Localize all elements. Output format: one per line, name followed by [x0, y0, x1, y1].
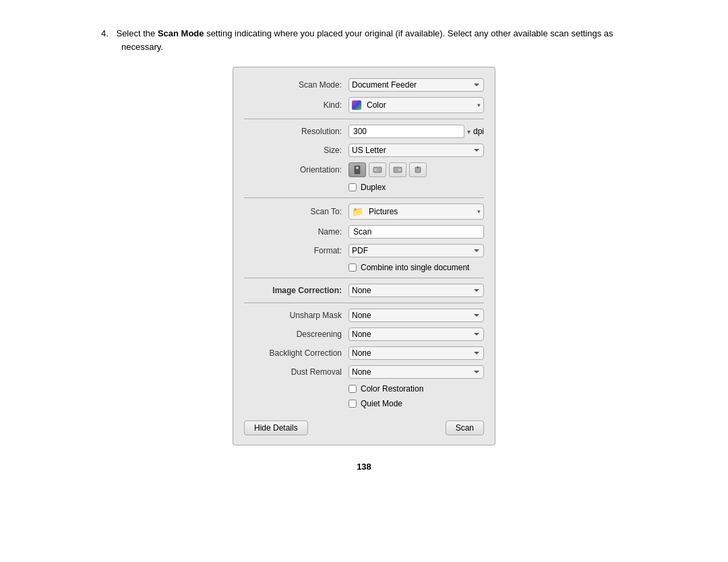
dust-removal-select[interactable]: None Low Medium High — [348, 365, 484, 379]
duplex-label: Duplex — [361, 183, 386, 192]
unsharp-mask-row: Unsharp Mask None Low Medium High — [233, 309, 495, 322]
quiet-mode-control: Quiet Mode — [348, 399, 484, 408]
separator-1 — [244, 119, 484, 119]
scan-to-control: 📁 Pictures Desktop Documents ▾ — [348, 204, 484, 220]
bottom-buttons: Hide Details Scan — [233, 414, 495, 435]
combine-label: Combine into single document — [361, 263, 469, 272]
kind-row: Kind: Color Grayscale Black & White ▾ — [233, 97, 495, 113]
color-restoration-control: Color Restoration — [348, 384, 484, 394]
orientation-landscape-right-btn[interactable] — [389, 162, 406, 177]
kind-chevron-icon: ▾ — [477, 102, 481, 108]
orientation-rotate-btn[interactable] — [409, 162, 427, 177]
backlight-correction-select[interactable]: None Low Medium High — [348, 346, 484, 360]
color-restoration-label: Color Restoration — [361, 384, 423, 394]
separator-3 — [244, 278, 484, 278]
scan-to-chevron-icon: ▾ — [477, 208, 481, 215]
scan-to-select[interactable]: Pictures Desktop Documents — [366, 206, 475, 218]
scan-dialog: Scan Mode: Document Feeder Flatbed Kind:… — [233, 67, 495, 445]
combine-checkbox[interactable] — [348, 263, 357, 272]
scan-to-row: Scan To: 📁 Pictures Desktop Documents ▾ — [233, 204, 495, 220]
instruction-text: 4. Select the Scan Mode setting indicati… — [101, 27, 627, 53]
backlight-correction-control: None Low Medium High — [348, 346, 484, 360]
duplex-checkbox[interactable] — [348, 183, 357, 191]
resolution-label: Resolution: — [244, 127, 342, 136]
descreening-control: None Low Medium High — [348, 327, 484, 341]
image-correction-row: Image Correction: None Manual — [233, 284, 495, 297]
backlight-correction-label: Backlight Correction — [244, 348, 342, 358]
image-correction-control: None Manual — [348, 284, 484, 297]
combine-row: Combine into single document — [233, 263, 495, 272]
kind-color-icon — [352, 100, 361, 110]
kind-control: Color Grayscale Black & White ▾ — [348, 97, 484, 113]
orientation-landscape-left-btn[interactable] — [369, 162, 386, 177]
orientation-control — [348, 162, 484, 177]
orientation-row: Orientation: — [233, 162, 495, 177]
format-control: PDF JPEG TIFF PNG — [348, 244, 484, 257]
instruction-bold: Scan Mode — [158, 28, 204, 38]
size-select[interactable]: US Letter A4 Legal Auto — [348, 144, 484, 157]
orientation-portrait-btn[interactable] — [348, 162, 366, 177]
dust-removal-row: Dust Removal None Low Medium High — [233, 365, 495, 379]
kind-label: Kind: — [244, 100, 342, 110]
resolution-arrow-icon: ▾ — [467, 128, 471, 135]
name-label: Name: — [244, 227, 342, 237]
scan-button[interactable]: Scan — [446, 420, 484, 435]
quiet-mode-checkbox[interactable] — [348, 400, 357, 408]
scan-to-label: Scan To: — [244, 207, 342, 216]
name-control — [348, 225, 484, 239]
resolution-control: ▾ dpi — [348, 125, 484, 138]
orientation-label: Orientation: — [244, 165, 342, 175]
quiet-mode-label: Quiet Mode — [361, 399, 402, 408]
resolution-row: Resolution: ▾ dpi — [233, 125, 495, 138]
unsharp-mask-label: Unsharp Mask — [244, 311, 342, 320]
image-correction-select[interactable]: None Manual — [348, 284, 484, 297]
image-correction-label: Image Correction: — [244, 286, 342, 295]
duplex-row: Duplex — [233, 183, 495, 192]
unsharp-mask-select[interactable]: None Low Medium High — [348, 309, 484, 322]
dust-removal-control: None Low Medium High — [348, 365, 484, 379]
name-input[interactable] — [348, 225, 484, 239]
instruction-before-bold: Select the — [116, 28, 157, 38]
dust-removal-label: Dust Removal — [244, 367, 342, 377]
svg-point-1 — [356, 166, 359, 169]
svg-point-3 — [374, 168, 377, 171]
folder-icon: 📁 — [352, 206, 363, 217]
unsharp-mask-control: None Low Medium High — [348, 309, 484, 322]
separator-4 — [244, 303, 484, 303]
resolution-input[interactable] — [348, 125, 464, 138]
backlight-correction-row: Backlight Correction None Low Medium Hig… — [233, 346, 495, 360]
kind-select-wrapper: Color Grayscale Black & White ▾ — [348, 97, 484, 113]
kind-select[interactable]: Color Grayscale Black & White — [364, 99, 477, 111]
scan-mode-row: Scan Mode: Document Feeder Flatbed — [233, 78, 495, 92]
scan-mode-label: Scan Mode: — [244, 80, 342, 90]
color-restoration-row: Color Restoration — [233, 384, 495, 394]
descreening-select[interactable]: None Low Medium High — [348, 327, 484, 341]
name-row: Name: — [233, 225, 495, 239]
separator-2 — [244, 197, 484, 198]
size-label: Size: — [244, 146, 342, 155]
hide-details-button[interactable]: Hide Details — [244, 420, 308, 435]
size-row: Size: US Letter A4 Legal Auto — [233, 144, 495, 157]
color-restoration-checkbox[interactable] — [348, 385, 357, 393]
combine-control: Combine into single document — [348, 263, 484, 272]
descreening-row: Descreening None Low Medium High — [233, 327, 495, 341]
dpi-label: dpi — [473, 127, 484, 136]
format-row: Format: PDF JPEG TIFF PNG — [233, 244, 495, 257]
page-content: 4. Select the Scan Mode setting indicati… — [101, 27, 627, 472]
duplex-control: Duplex — [348, 183, 484, 192]
scan-to-wrapper: 📁 Pictures Desktop Documents ▾ — [348, 204, 484, 220]
quiet-mode-row: Quiet Mode — [233, 399, 495, 408]
scan-mode-control: Document Feeder Flatbed — [348, 78, 484, 92]
descreening-label: Descreening — [244, 330, 342, 339]
format-label: Format: — [244, 246, 342, 255]
size-control: US Letter A4 Legal Auto — [348, 144, 484, 157]
format-select[interactable]: PDF JPEG TIFF PNG — [348, 244, 484, 257]
scan-mode-select[interactable]: Document Feeder Flatbed — [348, 78, 484, 92]
svg-point-5 — [398, 168, 401, 171]
list-number: 4. — [101, 27, 109, 40]
page-number: 138 — [101, 462, 627, 472]
